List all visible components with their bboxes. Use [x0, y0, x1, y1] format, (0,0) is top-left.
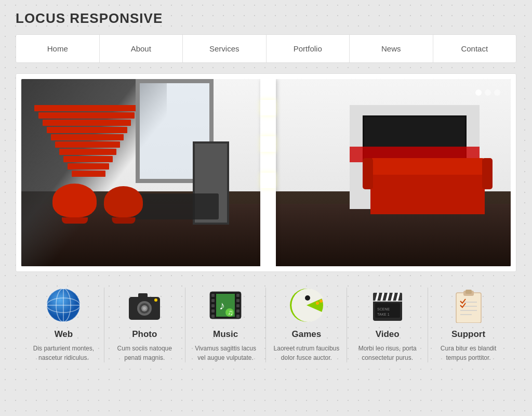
slider-dot-1[interactable]	[475, 89, 482, 96]
music-title: Music	[191, 329, 261, 340]
nav-home[interactable]: Home	[16, 35, 100, 62]
photo-desc: Cum sociis natoque penati magnis.	[110, 344, 180, 362]
photo-title: Photo	[110, 329, 180, 340]
photo-icon	[127, 288, 162, 323]
nav-contact[interactable]: Contact	[433, 35, 516, 62]
divider-5	[428, 288, 428, 362]
svg-rect-24	[236, 315, 240, 318]
svg-rect-17	[211, 304, 215, 307]
feature-music: ♪ ♫ Music Vivamus sagittis lacus vel aug…	[188, 288, 263, 362]
web-icon	[46, 288, 81, 323]
support-icon	[451, 288, 486, 323]
video-icon: SCENE TAKE 1	[370, 288, 405, 323]
divider-1	[104, 288, 104, 362]
svg-point-11	[143, 307, 146, 310]
video-desc: Morbi leo risus, porta consectetur purus…	[352, 344, 422, 362]
slider-image	[21, 79, 511, 266]
music-icon: ♪ ♫	[208, 288, 243, 323]
svg-point-30	[305, 295, 310, 301]
slider-dot-2[interactable]	[485, 89, 491, 96]
slider-dot-3[interactable]	[494, 89, 500, 96]
svg-text:♪: ♪	[219, 299, 225, 312]
feature-photo: Photo Cum sociis natoque penati magnis.	[107, 288, 182, 362]
features-section: Web Dis parturient montes, nascetur ridi…	[16, 272, 516, 368]
svg-rect-44	[456, 293, 481, 323]
svg-rect-22	[236, 304, 240, 307]
divider-2	[185, 288, 185, 362]
slider-container	[16, 73, 516, 272]
games-icon	[289, 288, 324, 323]
red-chairs	[52, 184, 143, 219]
red-sofa	[370, 173, 485, 214]
nav-about[interactable]: About	[100, 35, 183, 62]
svg-rect-7	[138, 293, 148, 298]
svg-rect-20	[236, 294, 240, 297]
music-desc: Vivamus sagittis lacus vel augue vulputa…	[191, 344, 261, 362]
site-header: LOCUS RESPONSIVE Home About Services Por…	[0, 0, 532, 68]
svg-text:TAKE 1: TAKE 1	[377, 313, 390, 316]
svg-text:♫: ♫	[228, 308, 233, 317]
svg-rect-18	[211, 309, 215, 313]
feature-video: SCENE TAKE 1 Video Morbi leo risus, port…	[350, 288, 425, 362]
divider-3	[265, 288, 266, 362]
support-desc: Cura bitur es blandit tempus porttitor.	[433, 344, 503, 362]
svg-rect-23	[236, 309, 240, 313]
nav-portfolio[interactable]: Portfolio	[267, 35, 350, 62]
svg-rect-15	[211, 294, 215, 297]
support-title: Support	[433, 329, 503, 340]
feature-support: Support Cura bitur es blandit tempus por…	[431, 288, 506, 362]
main-content: Web Dis parturient montes, nascetur ridi…	[0, 68, 532, 373]
svg-rect-46	[466, 290, 472, 294]
site-title: LOCUS RESPONSIVE	[16, 10, 516, 27]
video-title: Video	[352, 329, 422, 340]
svg-rect-19	[211, 315, 215, 318]
feature-web: Web Dis parturient montes, nascetur ridi…	[26, 288, 101, 362]
svg-text:SCENE: SCENE	[377, 307, 390, 311]
stair-steps	[34, 105, 138, 178]
wall-fixtures	[260, 79, 276, 188]
games-title: Games	[271, 329, 341, 340]
web-desc: Dis parturient montes, nascetur ridiculu…	[29, 344, 99, 362]
nav-bar: Home About Services Portfolio News Conta…	[16, 34, 516, 63]
games-desc: Laoreet rutrum faucibus dolor fusce auct…	[271, 344, 341, 362]
svg-point-12	[154, 298, 157, 302]
svg-point-31	[316, 302, 319, 305]
svg-rect-21	[236, 299, 240, 302]
slider-dots	[475, 89, 500, 96]
nav-services[interactable]: Services	[183, 35, 267, 62]
web-title: Web	[29, 329, 99, 340]
svg-point-32	[320, 300, 323, 303]
feature-games: Games Laoreet rutrum faucibus dolor fusc…	[269, 288, 344, 362]
divider-4	[347, 288, 347, 362]
nav-news[interactable]: News	[350, 35, 433, 62]
svg-rect-16	[211, 299, 215, 302]
